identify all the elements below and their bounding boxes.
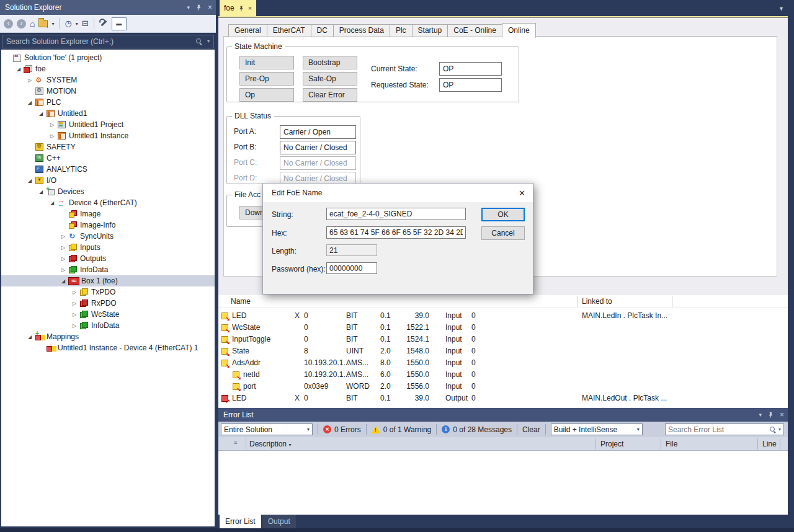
chevron-down-icon[interactable]: ▾ — [51, 21, 54, 27]
tab-online[interactable]: Online — [502, 23, 536, 38]
severity-filter-icon[interactable]: ≡ — [234, 440, 237, 446]
chevron-down-icon[interactable]: ▾ — [76, 21, 78, 27]
error-list-search-box[interactable]: ▾ — [665, 423, 784, 435]
expander-expanded-icon[interactable]: ◢ — [14, 66, 24, 72]
expander-expanded-icon[interactable]: ◢ — [25, 178, 35, 184]
password-field[interactable] — [326, 262, 377, 274]
project-column-header[interactable]: Project — [600, 440, 623, 448]
tree-item-i-o[interactable]: ◢I/O — [1, 175, 215, 186]
tree-item-untitled1-project[interactable]: ▷Untitled1 Project — [1, 119, 215, 130]
tree-item-image[interactable]: Image — [1, 208, 215, 219]
close-icon[interactable]: ✕ — [519, 188, 525, 198]
tree-item-untitled1-instance[interactable]: ▷Untitled1 Instance — [1, 130, 215, 141]
pre-op-button[interactable]: Pre-Op — [239, 72, 294, 86]
ok-button[interactable]: OK — [481, 208, 525, 221]
string-field[interactable] — [326, 208, 466, 220]
grid-row-port-input[interactable]: port0x03e9WORD2.0Input01556.0 — [218, 381, 788, 392]
expander-expanded-icon[interactable]: ◢ — [36, 189, 46, 195]
tree-item-plc[interactable]: ◢PLC — [1, 97, 215, 108]
tree-item-foe[interactable]: ◢foe — [1, 63, 215, 74]
hex-field[interactable] — [326, 226, 466, 239]
tree-item-wcstate[interactable]: ▷WcState — [1, 309, 215, 320]
expander-collapsed-icon[interactable]: ▷ — [69, 301, 79, 306]
expander-collapsed-icon[interactable]: ▷ — [58, 245, 68, 250]
collapse-all-icon[interactable]: ⊟ — [82, 19, 89, 28]
tab-ethercat[interactable]: EtherCAT — [267, 24, 311, 37]
grid-row-led-input[interactable]: LEDX0BIT0.1Input0MAIN.LedIn . PlcTask In… — [218, 310, 788, 322]
column-divider[interactable] — [246, 438, 246, 450]
back-icon[interactable]: ‹ — [4, 19, 13, 29]
grid-row-state-input[interactable]: State8UINT2.0Input01548.0 — [218, 345, 788, 357]
expander-collapsed-icon[interactable]: ▷ — [47, 133, 57, 139]
tree-item-syncunits[interactable]: ▷SyncUnits — [1, 231, 215, 242]
errors-filter-button[interactable]: ✕ 0 Errors — [323, 425, 361, 434]
column-divider[interactable] — [757, 438, 758, 450]
grid-row-inputtoggle-input[interactable]: InputToggle0BIT0.1Input01524.1 — [218, 334, 788, 345]
preview-selected-items-toggle[interactable]: ▬ — [112, 17, 127, 30]
column-divider[interactable] — [672, 296, 672, 307]
tree-item-image-info[interactable]: Image-Info — [1, 219, 215, 231]
forward-icon[interactable]: › — [17, 19, 26, 29]
scope-dropdown[interactable]: Entire Solution ▾ — [221, 423, 313, 435]
pin-icon[interactable] — [195, 3, 202, 12]
tree-item-infodata[interactable]: ▷InfoData — [1, 320, 215, 331]
tree-item-txpdo[interactable]: ▷TxPDO — [1, 286, 215, 298]
wrench-icon[interactable] — [99, 19, 108, 28]
tree-item-system[interactable]: ▷SYSTEM — [1, 74, 215, 86]
window-menu-icon[interactable]: ▾ — [759, 412, 762, 418]
tree-item-c[interactable]: C++ — [1, 153, 215, 164]
panel-tab-output[interactable]: Output — [262, 515, 296, 528]
download-button[interactable]: Down — [239, 206, 264, 219]
expander-collapsed-icon[interactable]: ▷ — [58, 256, 68, 262]
column-divider[interactable] — [578, 296, 578, 307]
document-tab-foe[interactable]: foe × — [220, 0, 256, 16]
sync-with-active-document-icon[interactable] — [38, 20, 48, 27]
tab-plc[interactable]: Plc — [390, 24, 413, 37]
tab-general[interactable]: General — [228, 24, 267, 37]
search-box[interactable]: ▾ — [2, 35, 214, 48]
bootstrap-button[interactable]: Bootstrap — [303, 56, 357, 69]
op-button[interactable]: Op — [239, 88, 294, 102]
tree-item-device-4-ethercat[interactable]: ◢Device 4 (EtherCAT) — [1, 197, 215, 208]
file-column-header[interactable]: File — [666, 440, 677, 448]
clear-button[interactable]: Clear — [522, 425, 540, 434]
dialog-titlebar[interactable]: Edit FoE Name ✕ — [263, 184, 533, 202]
messages-filter-button[interactable]: i 0 of 28 Messages — [442, 425, 512, 434]
expander-expanded-icon[interactable]: ◢ — [25, 334, 35, 340]
expander-collapsed-icon[interactable]: ▷ — [25, 78, 35, 83]
expander-collapsed-icon[interactable]: ▷ — [58, 234, 68, 239]
expander-collapsed-icon[interactable]: ▷ — [69, 312, 79, 317]
tree-item-inputs[interactable]: ▷Inputs — [1, 242, 215, 253]
home-icon[interactable]: ⌂ — [30, 19, 35, 28]
tree-item-mappings[interactable]: ◢Mappings — [1, 331, 215, 342]
pending-changes-filter-icon[interactable]: ◷ — [65, 19, 71, 28]
tree-item-rxpdo[interactable]: ▷RxPDO — [1, 298, 215, 309]
close-icon[interactable]: × — [248, 4, 252, 12]
grid-row-led-output[interactable]: LEDX0BIT0.1Output0MAIN.LedOut . PlcTask … — [218, 392, 788, 404]
window-menu-icon[interactable]: ▾ — [187, 4, 190, 11]
expander-collapsed-icon[interactable]: ▷ — [69, 323, 79, 329]
close-icon[interactable]: × — [208, 3, 212, 12]
description-column-header[interactable]: Description ▾ — [249, 440, 291, 448]
search-icon[interactable] — [195, 38, 203, 45]
pin-icon[interactable] — [238, 4, 244, 12]
tree-item-devices[interactable]: ◢Devices — [1, 186, 215, 197]
warnings-filter-button[interactable]: 0 of 1 Warning — [372, 425, 432, 434]
cancel-button[interactable]: Cancel — [481, 226, 525, 240]
chevron-down-icon[interactable]: ▾ — [207, 38, 210, 44]
tab-list-chevron-icon[interactable]: ▼ — [778, 6, 784, 12]
source-dropdown[interactable]: Build + IntelliSense ▾ — [551, 423, 643, 435]
column-divider[interactable] — [596, 438, 596, 450]
search-input[interactable] — [6, 37, 195, 46]
name-column-header[interactable]: Name — [231, 297, 251, 306]
tree-item-safety[interactable]: SAFETY — [1, 141, 215, 153]
expander-expanded-icon[interactable]: ◢ — [25, 100, 35, 105]
pin-icon[interactable] — [767, 410, 774, 419]
error-list-search-input[interactable] — [668, 425, 769, 434]
tree-item-untitled1[interactable]: ◢Untitled1 — [1, 108, 215, 119]
grid-row-wcstate-input[interactable]: WcState0BIT0.1Input01522.1 — [218, 322, 788, 334]
tab-coe-online[interactable]: CoE - Online — [448, 24, 502, 37]
init-button[interactable]: Init — [239, 56, 294, 69]
grid-row-adsaddr-input[interactable]: AdsAddr10.193.20.1...AMS...8.0Input01550… — [218, 357, 788, 369]
clear-error-button[interactable]: Clear Error — [303, 88, 357, 102]
